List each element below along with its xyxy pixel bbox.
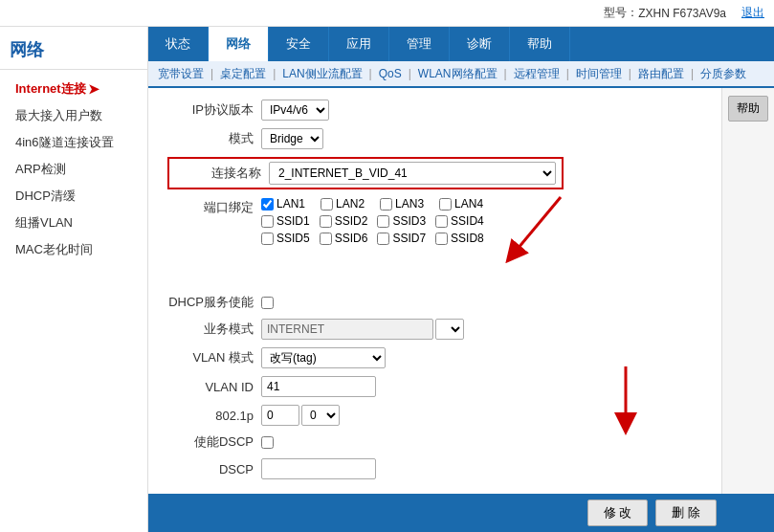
- port-ssid8[interactable]: SSID8: [435, 232, 484, 245]
- business-mode-input: [261, 319, 433, 340]
- vlan-mode-label: VLAN 模式: [167, 349, 254, 366]
- tab-manage[interactable]: 管理: [389, 27, 450, 61]
- bottom-bar: 修 改 删 除: [148, 494, 774, 532]
- help-panel: 帮助: [721, 88, 774, 494]
- logout-button[interactable]: 退出: [741, 5, 764, 21]
- ip-version-label: IP协议版本: [167, 101, 254, 119]
- sidebar-item-macage[interactable]: MAC老化时间: [0, 236, 147, 263]
- form-area: IP协议版本 IPv4/v6 模式 Bridge 连接名: [148, 88, 721, 494]
- sidebar-item-dhcpclean[interactable]: DHCP清缓: [0, 183, 147, 210]
- port-lan1[interactable]: LAN1: [261, 197, 305, 211]
- dhcp-label: DHCP服务使能: [167, 294, 254, 311]
- vlan-mode-row: VLAN 模式 改写(tag): [167, 347, 702, 368]
- checkbox-ssid3[interactable]: [377, 215, 389, 228]
- sidebar-item-maxusers[interactable]: 最大接入用户数: [0, 102, 147, 129]
- model-value: ZXHN F673AV9a: [638, 7, 726, 20]
- tab-network[interactable]: 网络: [209, 27, 269, 61]
- checkbox-ssid6[interactable]: [320, 233, 332, 245]
- tab-status[interactable]: 状态: [148, 27, 209, 61]
- ip-version-row: IP协议版本 IPv4/v6: [167, 100, 702, 121]
- sidebar-label-arp: ARP检测: [15, 161, 66, 178]
- ip-version-select[interactable]: IPv4/v6: [261, 100, 329, 121]
- dot1p-select[interactable]: 0: [301, 405, 340, 426]
- checkbox-lan2[interactable]: [321, 198, 333, 211]
- checkbox-ssid2[interactable]: [320, 215, 332, 228]
- sidebar-label-4in6: 4in6隧道连接设置: [15, 134, 114, 151]
- port-ssid6[interactable]: SSID6: [320, 232, 368, 245]
- port-lan3[interactable]: LAN3: [380, 197, 424, 211]
- subnav-qosparam[interactable]: 分质参数: [695, 62, 752, 86]
- port-ssid3[interactable]: SSID3: [377, 214, 426, 228]
- dhcp-checkbox[interactable]: [261, 297, 274, 309]
- tab-security[interactable]: 安全: [269, 27, 329, 61]
- checkbox-ssid1[interactable]: [261, 215, 274, 228]
- sub-nav: 宽带设置 | 桌定配置 | LAN侧业流配置 | QoS | WLAN网络配置 …: [148, 61, 774, 88]
- dot1p-label: 802.1p: [167, 409, 254, 423]
- sidebar-item-internet[interactable]: Internet连接 ➤: [0, 76, 147, 102]
- conn-name-select[interactable]: 2_INTERNET_B_VID_41: [269, 162, 556, 185]
- subnav-routecfg[interactable]: 路由配置: [632, 62, 690, 86]
- subnav-wlan[interactable]: WLAN网络配置: [412, 62, 503, 86]
- tab-apps[interactable]: 应用: [329, 27, 389, 61]
- subnav-broadband[interactable]: 宽带设置: [152, 62, 210, 86]
- sidebar: 网络 Internet连接 ➤ 最大接入用户数 4in6隧道连接设置 ARP检测…: [0, 27, 148, 532]
- port-ssid7[interactable]: SSID7: [377, 232, 426, 245]
- port-lan4[interactable]: LAN4: [439, 197, 483, 211]
- port-ssid2[interactable]: SSID2: [320, 214, 368, 228]
- dhcp-row: DHCP服务使能: [167, 294, 702, 311]
- mode-row: 模式 Bridge: [167, 128, 702, 149]
- dot1p-row: 802.1p 0: [167, 405, 702, 426]
- checkbox-ssid5[interactable]: [261, 233, 274, 245]
- subnav-qos[interactable]: QoS: [373, 63, 408, 84]
- port-ssid1[interactable]: SSID1: [261, 214, 310, 228]
- conn-name-row: 连接名称 2_INTERNET_B_VID_41: [167, 157, 564, 189]
- port-ssid5[interactable]: SSID5: [261, 232, 310, 245]
- business-mode-select[interactable]: [435, 319, 464, 340]
- sidebar-label-internet: Internet连接: [15, 80, 86, 98]
- delete-button[interactable]: 删 除: [655, 499, 717, 526]
- subnav-timemgr[interactable]: 时间管理: [570, 62, 628, 86]
- model-label: 型号：: [604, 5, 638, 21]
- sidebar-item-4in6[interactable]: 4in6隧道连接设置: [0, 129, 147, 156]
- checkbox-ssid8[interactable]: [435, 233, 448, 245]
- red-arrow-annotation: [503, 188, 580, 283]
- sidebar-label-maxusers: 最大接入用户数: [15, 107, 102, 124]
- port-binding-grid: LAN1 LAN2 LAN3 LAN4: [261, 197, 484, 245]
- checkbox-lan3[interactable]: [380, 198, 392, 211]
- tab-help[interactable]: 帮助: [510, 27, 570, 61]
- dscp-enable-row: 使能DSCP: [167, 433, 702, 451]
- nav-tabs: 状态 网络 安全 应用 管理 诊断 帮助: [148, 27, 774, 61]
- dscp-row: DSCP: [167, 458, 702, 479]
- port-ssid4[interactable]: SSID4: [435, 214, 484, 228]
- modify-button[interactable]: 修 改: [587, 499, 649, 526]
- sidebar-item-arp[interactable]: ARP检测: [0, 156, 147, 183]
- help-button[interactable]: 帮助: [728, 96, 768, 122]
- vlan-id-row: VLAN ID: [167, 376, 702, 397]
- business-mode-label: 业务模式: [167, 321, 254, 338]
- top-bar: 型号： ZXHN F673AV9a 退出: [0, 0, 774, 27]
- vlan-mode-select[interactable]: 改写(tag): [261, 347, 386, 368]
- business-mode-row: 业务模式: [167, 319, 702, 340]
- svg-line-0: [513, 197, 561, 255]
- dscp-enable-label: 使能DSCP: [167, 433, 254, 451]
- checkbox-ssid4[interactable]: [435, 215, 448, 228]
- subnav-remote[interactable]: 远程管理: [508, 62, 565, 86]
- port-lan2[interactable]: LAN2: [321, 197, 365, 211]
- checkbox-lan4[interactable]: [439, 198, 452, 211]
- mode-label: 模式: [167, 130, 254, 147]
- dscp-input[interactable]: [261, 458, 376, 479]
- tab-diagnose[interactable]: 诊断: [450, 27, 510, 61]
- sidebar-item-groupvlan[interactable]: 组播VLAN: [0, 210, 147, 236]
- subnav-fixed[interactable]: 桌定配置: [214, 62, 272, 86]
- vlan-id-input[interactable]: [261, 376, 376, 397]
- mode-select[interactable]: Bridge: [261, 128, 323, 149]
- dot1p-input[interactable]: [261, 405, 299, 426]
- dscp-enable-checkbox[interactable]: [261, 436, 274, 449]
- vlan-id-label: VLAN ID: [167, 380, 254, 394]
- checkbox-ssid7[interactable]: [377, 233, 389, 245]
- checkbox-lan1[interactable]: [261, 198, 274, 211]
- subnav-lan[interactable]: LAN侧业流配置: [276, 62, 367, 86]
- sidebar-label-macage: MAC老化时间: [15, 241, 93, 258]
- port-binding-label: 端口绑定: [167, 197, 254, 216]
- arrow-icon: ➤: [88, 81, 100, 97]
